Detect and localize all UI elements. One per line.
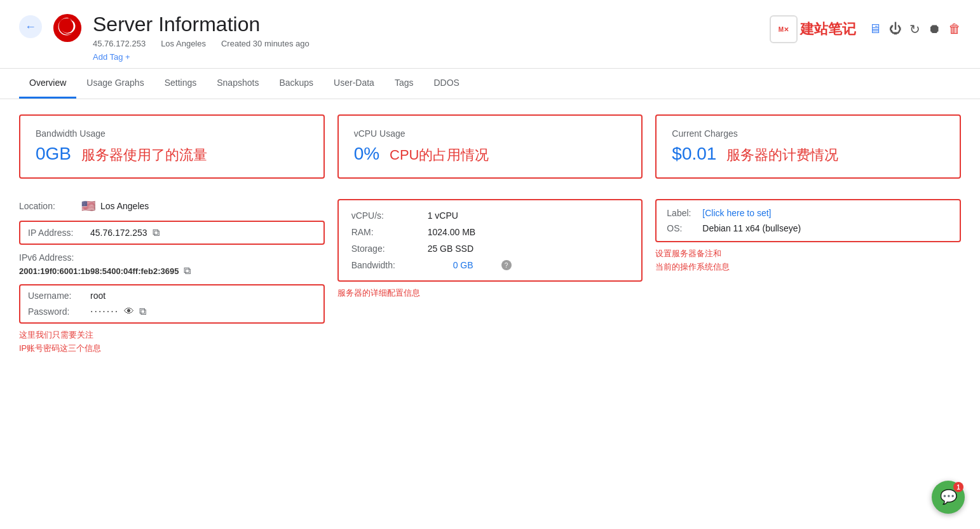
vcpu-card: vCPU Usage 0% CPU的占用情况 [337,114,643,179]
password-copy-icon[interactable]: ⧉ [139,306,146,317]
bandwidth-annotation: 服务器使用了的流量 [81,147,207,163]
help-icon[interactable]: ? [501,260,512,270]
header-right: M✕ 建站笔记 🖥 ⏻ ↻ ⏺ 🗑 [770,15,961,43]
charges-label: Current Charges [672,128,944,139]
bandwidth-spec-value-2: 0 GB [453,260,473,270]
header-meta: 45.76.172.253 Los Angeles Created 30 min… [93,39,310,48]
vcpu-spec-label: vCPU/s: [351,210,402,221]
vcpu-annotation: CPU的占用情况 [390,147,489,163]
brand-logo: M✕ 建站笔记 [770,15,856,43]
power-icon[interactable]: ⏻ [889,22,902,37]
monitor-icon[interactable]: 🖥 [869,22,881,37]
tab-tags[interactable]: Tags [385,69,424,99]
storage-spec-label: Storage: [351,244,402,254]
password-label: Password: [28,306,85,317]
tab-usage-graphs[interactable]: Usage Graphs [76,69,154,99]
tab-ddos[interactable]: DDOS [423,69,469,99]
tab-settings[interactable]: Settings [154,69,207,99]
credentials-annotation: 这里我们只需要关注 IP账号密码这三个信息 [19,329,325,355]
username-field: Username: root [28,291,316,301]
ip-value: 45.76.172.253 [90,228,147,238]
specs-annotation: 服务器的详细配置信息 [337,287,643,300]
delete-icon[interactable]: 🗑 [948,22,961,37]
location-field: Location: 🇺🇸 Los Angeles [19,199,325,213]
debian-logo [52,13,83,43]
os-key: OS: [667,223,692,233]
label-value[interactable]: [Click here to set] [702,208,771,218]
ipv6-value: 2001:19f0:6001:1b98:5400:04ff:feb2:3695 … [19,265,325,277]
server-created: Created 30 minutes ago [221,39,310,48]
tab-backups[interactable]: Backups [269,69,323,99]
ipv6-copy-icon[interactable]: ⧉ [184,265,191,277]
eye-icon[interactable]: 👁 [124,306,134,317]
tab-snapshots[interactable]: Snapshots [207,69,269,99]
password-dots: ······· [90,306,119,317]
charges-annotation: 服务器的计费情况 [726,147,838,163]
header: ← Server Information 45.76.172.253 Los A… [0,0,980,69]
ram-spec-label: RAM: [351,227,402,237]
bandwidth-card: Bandwidth Usage 0GB 服务器使用了的流量 [19,114,325,179]
ipv6-field: IPv6 Address: 2001:19f0:6001:1b98:5400:0… [19,252,325,277]
ipv6-address: 2001:19f0:6001:1b98:5400:04ff:feb2:3695 [19,266,179,276]
main-content: Bandwidth Usage 0GB 服务器使用了的流量 vCPU Usage… [0,99,980,371]
username-label: Username: [28,291,85,301]
password-field: Password: ······· 👁 ⧉ [28,306,316,317]
server-ip: 45.76.172.253 [93,39,146,48]
middle-info-col: vCPU/s: 1 vCPU RAM: 1024.00 MB Storage: … [337,199,643,355]
page-title: Server Information [93,13,310,36]
ip-box: IP Address: 45.76.172.253 ⧉ [19,221,325,245]
server-location: Los Angeles [161,39,206,48]
bandwidth-spec-row: Bandwidth: 0 GB ? [351,260,629,270]
charges-card: Current Charges $0.01 服务器的计费情况 [655,114,961,179]
label-annotation: 设置服务器备注和 当前的操作系统信息 [655,247,961,274]
bandwidth-spec-label: Bandwidth: [351,260,402,270]
header-left: ← Server Information 45.76.172.253 Los A… [19,13,310,62]
stats-row: Bandwidth Usage 0GB 服务器使用了的流量 vCPU Usage… [19,114,961,179]
location-label: Location: [19,201,76,211]
storage-spec-value: 25 GB SSD [428,244,473,254]
brand-icon: M✕ [770,15,798,43]
label-box: Label: [Click here to set] OS: Debian 11… [655,199,961,242]
refresh-icon[interactable]: ↻ [909,22,920,37]
spec-box: vCPU/s: 1 vCPU RAM: 1024.00 MB Storage: … [337,199,643,282]
tab-overview[interactable]: Overview [19,69,76,99]
back-button[interactable]: ← [19,15,42,38]
info-row: Location: 🇺🇸 Los Angeles IP Address: 45.… [19,199,961,355]
vcpu-value: 0% [354,144,379,163]
bandwidth-label: Bandwidth Usage [36,128,308,139]
os-value: Debian 11 x64 (bullseye) [702,223,801,233]
username-value: root [90,291,105,301]
storage-spec-row: Storage: 25 GB SSD [351,244,629,254]
ipv6-label: IPv6 Address: [19,252,325,263]
vcpu-usage-label: vCPU Usage [354,128,627,139]
header-info: Server Information 45.76.172.253 Los Ang… [93,13,310,62]
right-info-col: Label: [Click here to set] OS: Debian 11… [655,199,961,355]
ram-spec-row: RAM: 1024.00 MB [351,227,629,237]
location-flag: 🇺🇸 [81,199,95,213]
label-key: Label: [667,208,692,218]
label-row: Label: [Click here to set] [667,208,949,218]
ip-label: IP Address: [28,228,85,238]
vcpu-spec-row: vCPU/s: 1 vCPU [351,210,629,221]
tabs-bar: Overview Usage Graphs Settings Snapshots… [0,69,980,99]
os-row: OS: Debian 11 x64 (bullseye) [667,223,949,233]
charges-value: $0.01 [672,144,716,163]
add-tag-link[interactable]: Add Tag + [93,52,130,62]
location-value: Los Angeles [100,201,149,211]
user-pass-box: Username: root Password: ······· 👁 ⧉ [19,284,325,324]
tab-user-data[interactable]: User-Data [323,69,385,99]
ip-copy-icon[interactable]: ⧉ [153,227,160,238]
header-icons: 🖥 ⏻ ↻ ⏺ 🗑 [869,22,961,37]
vcpu-spec-value: 1 vCPU [428,210,458,221]
ram-spec-value: 1024.00 MB [428,227,476,237]
left-info-col: Location: 🇺🇸 Los Angeles IP Address: 45.… [19,199,325,355]
brand-text: 建站笔记 [800,20,856,39]
bandwidth-value: 0GB [36,144,71,163]
record-icon[interactable]: ⏺ [928,22,941,37]
